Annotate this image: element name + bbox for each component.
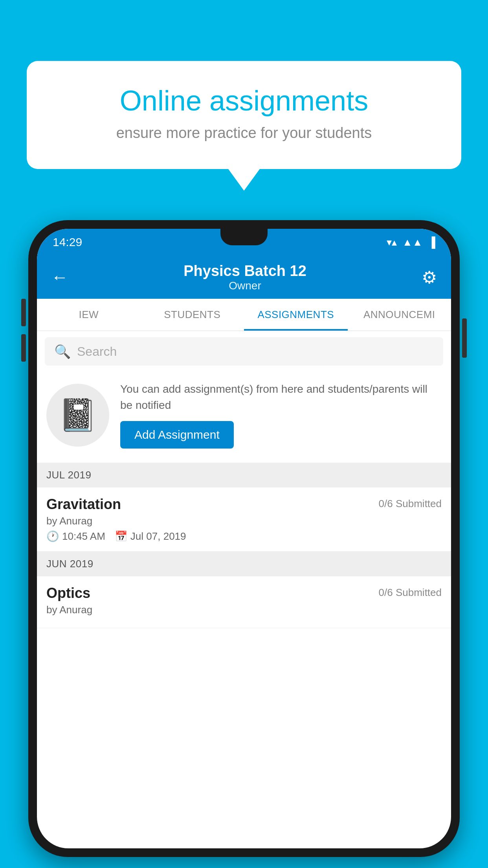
search-placeholder: Search <box>77 344 117 359</box>
speech-bubble-container: Online assignments ensure more practice … <box>27 61 461 191</box>
section-header-jul: JUL 2019 <box>37 463 451 487</box>
search-box[interactable]: 🔍 Search <box>45 337 443 366</box>
status-bar: 14:29 ▾▴ ▲▲ ▐ <box>37 229 451 256</box>
wifi-icon: ▾▴ <box>387 236 397 248</box>
tab-assignments[interactable]: ASSIGNMENTS <box>244 299 348 331</box>
settings-icon[interactable]: ⚙ <box>422 267 437 287</box>
assignment-row-optics: Optics 0/6 Submitted <box>46 585 442 601</box>
add-assignment-description: You can add assignment(s) from here and … <box>120 381 442 413</box>
clock-icon: 🕐 <box>46 530 59 542</box>
assignment-item-optics[interactable]: Optics 0/6 Submitted by Anurag <box>37 576 451 628</box>
assignment-row: Gravitation 0/6 Submitted <box>46 496 442 513</box>
batch-title: Physics Batch 12 <box>183 263 306 280</box>
search-icon: 🔍 <box>54 344 71 359</box>
calendar-icon: 📅 <box>115 530 127 542</box>
status-icons: ▾▴ ▲▲ ▐ <box>387 236 435 248</box>
tab-bar: IEW STUDENTS ASSIGNMENTS ANNOUNCEMI <box>37 299 451 331</box>
assignment-name: Gravitation <box>46 496 121 513</box>
add-assignment-button[interactable]: Add Assignment <box>120 421 234 449</box>
add-assignment-card: 📓 You can add assignment(s) from here an… <box>37 372 451 460</box>
power-button[interactable] <box>462 318 467 358</box>
volume-up-button[interactable] <box>21 299 26 326</box>
phone-frame: 14:29 ▾▴ ▲▲ ▐ ← Physics Batch 12 Owner ⚙… <box>28 220 460 857</box>
tab-students[interactable]: STUDENTS <box>141 299 244 331</box>
status-time: 14:29 <box>53 235 82 249</box>
tab-iew[interactable]: IEW <box>37 299 141 331</box>
assignment-meta: 🕐 10:45 AM 📅 Jul 07, 2019 <box>46 530 442 542</box>
assignment-submitted: 0/6 Submitted <box>379 498 442 510</box>
assignment-time: 🕐 10:45 AM <box>46 530 105 542</box>
optics-by: by Anurag <box>46 604 442 616</box>
optics-name: Optics <box>46 585 90 601</box>
assignment-date: 📅 Jul 07, 2019 <box>115 530 186 542</box>
phone-screen: 14:29 ▾▴ ▲▲ ▐ ← Physics Batch 12 Owner ⚙… <box>37 229 451 848</box>
assignment-by: by Anurag <box>46 515 442 527</box>
notch <box>220 229 268 245</box>
owner-label: Owner <box>183 280 306 292</box>
app-header: ← Physics Batch 12 Owner ⚙ <box>37 256 451 299</box>
speech-bubble-arrow <box>228 169 260 191</box>
assignment-icon-circle: 📓 <box>46 384 109 447</box>
notebook-icon: 📓 <box>58 397 97 434</box>
back-button[interactable]: ← <box>51 267 68 287</box>
speech-bubble-subtitle: ensure more practice for your students <box>58 125 430 142</box>
add-assignment-text: You can add assignment(s) from here and … <box>120 381 442 449</box>
signal-icon: ▲▲ <box>402 236 422 248</box>
battery-icon: ▐ <box>428 236 435 248</box>
speech-bubble-title: Online assignments <box>58 85 430 117</box>
volume-down-button[interactable] <box>21 334 26 362</box>
assignment-item-gravitation[interactable]: Gravitation 0/6 Submitted by Anurag 🕐 10… <box>37 487 451 552</box>
search-container: 🔍 Search <box>37 331 451 372</box>
optics-submitted: 0/6 Submitted <box>379 587 442 599</box>
speech-bubble: Online assignments ensure more practice … <box>27 61 461 169</box>
header-center: Physics Batch 12 Owner <box>183 263 306 292</box>
tab-announcements[interactable]: ANNOUNCEMI <box>348 299 451 331</box>
section-header-jun: JUN 2019 <box>37 552 451 576</box>
